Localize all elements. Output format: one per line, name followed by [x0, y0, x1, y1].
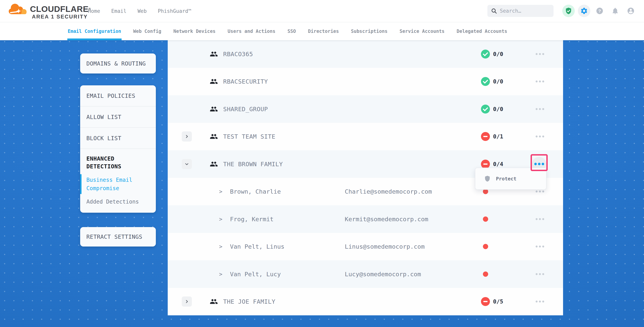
status-badge	[481, 297, 490, 306]
search-box[interactable]	[488, 5, 554, 17]
sidebar-item-allow-list[interactable]: ALLOW LIST	[80, 106, 156, 128]
nav-email[interactable]: Email	[111, 8, 126, 14]
tab-service-accounts[interactable]: Service Accounts	[400, 22, 444, 40]
account-icon	[627, 7, 635, 15]
help-button[interactable]: ?	[594, 5, 606, 17]
chevron-right-icon[interactable]	[219, 188, 222, 195]
protection-count: 0/4	[493, 161, 503, 167]
group-name: RBACSECURITY	[223, 78, 268, 85]
menu-item-protect[interactable]: Protect	[496, 176, 516, 182]
sidebar-item-block-list[interactable]: BLOCK LIST	[80, 128, 156, 149]
nav-phishguard[interactable]: PhishGuard™	[158, 8, 191, 14]
group-icon	[210, 160, 218, 168]
sidebar-item-business-email-compromise[interactable]: Business Email Compromise	[86, 176, 133, 192]
status-dot	[483, 271, 488, 277]
sidebar-item-email-policies[interactable]: EMAIL POLICIES	[80, 85, 156, 106]
tab-directories[interactable]: Directories	[308, 22, 339, 40]
table-row-member: Van Pelt, Linus Linus@somedemocorp.com	[168, 233, 563, 261]
status-dot	[483, 244, 488, 249]
chevron-right-icon	[185, 299, 189, 304]
row-actions-button[interactable]	[535, 246, 545, 248]
row-actions-button[interactable]	[535, 108, 545, 110]
group-icon	[210, 105, 218, 113]
cloudflare-logo[interactable]: CLOUDFLARE® AREA 1 SECURITY	[8, 2, 91, 20]
chevron-right-icon[interactable]	[219, 243, 222, 250]
member-email: Kermit@somedemocorp.com	[345, 216, 428, 223]
protection-count: 0/0	[493, 51, 503, 57]
tab-email-configuration[interactable]: Email Configuration	[68, 22, 121, 40]
sidebar-item-retract-settings[interactable]: RETRACT SETTINGS	[80, 227, 156, 247]
protection-count: 0/5	[493, 298, 503, 305]
row-actions-button[interactable]	[535, 218, 545, 220]
gear-icon	[580, 7, 588, 15]
tab-sso[interactable]: SSO	[287, 22, 296, 40]
tab-subscriptions[interactable]: Subscriptions	[351, 22, 388, 40]
group-icon	[210, 298, 218, 306]
status-dot	[483, 216, 488, 222]
row-actions-button[interactable]	[535, 53, 545, 55]
group-name: THE JOE FAMILY	[223, 298, 275, 305]
tab-web-config[interactable]: Web Config	[133, 22, 162, 40]
app-header: CLOUDFLARE® AREA 1 SECURITY HomeEmailWeb…	[0, 0, 644, 22]
chevron-right-icon[interactable]	[219, 216, 222, 222]
member-name: Brown, Charlie	[230, 188, 281, 195]
row-actions-button[interactable]	[535, 135, 545, 137]
settings-button[interactable]	[578, 5, 590, 17]
group-name: TEST TEAM SITE	[223, 133, 275, 140]
nav-home[interactable]: Home	[88, 8, 100, 14]
section-tabs: Email ConfigurationWeb ConfigNetwork Dev…	[0, 22, 644, 40]
table-row-group: THE JOE FAMILY 0/5	[168, 288, 563, 316]
expand-toggle-button[interactable]	[182, 131, 192, 142]
expand-toggle-button[interactable]	[182, 297, 192, 307]
sidebar-item-label: RETRACT SETTINGS	[86, 234, 142, 240]
member-name: Van Pelt, Linus	[230, 243, 284, 250]
row-actions-button[interactable]	[535, 301, 545, 303]
shield-icon	[484, 175, 491, 182]
tab-delegated-accounts[interactable]: Delegated Accounts	[457, 22, 507, 40]
bell-icon	[611, 7, 619, 15]
notifications-button[interactable]	[609, 5, 622, 17]
tab-users-and-actions[interactable]: Users and Actions	[228, 22, 276, 40]
table-row-group: SHARED_GROUP 0/0	[168, 95, 563, 123]
protection-count: 0/0	[493, 106, 503, 112]
table-row-group: TEST TEAM SITE 0/1	[168, 123, 563, 150]
chevron-right-icon[interactable]	[219, 271, 222, 277]
table-row-group: THE BROWN FAMILY 0/4 Protect	[168, 150, 563, 178]
table-row-group: RBACSECURITY 0/0	[168, 68, 563, 95]
status-badge	[481, 160, 490, 169]
groups-table: RBACO365 0/0 RBACSECURITY 0/0 SHARED_GRO…	[168, 40, 563, 316]
brand-subtitle: AREA 1 SECURITY	[32, 14, 91, 20]
search-icon	[491, 8, 497, 14]
sidebar-item-label: DOMAINS & ROUTING	[86, 60, 146, 67]
protection-count: 0/1	[493, 133, 503, 140]
header-icon-cluster: ?	[562, 5, 637, 17]
sidebar-policies-card: EMAIL POLICIESALLOW LISTBLOCK LIST ENHAN…	[80, 85, 156, 213]
group-icon	[210, 50, 218, 58]
chevron-right-icon	[185, 134, 189, 139]
sidebar-item-domains-routing[interactable]: DOMAINS & ROUTING	[80, 53, 156, 73]
status-badge	[481, 77, 490, 86]
row-actions-button[interactable]	[535, 80, 545, 82]
group-icon	[210, 132, 218, 141]
member-name: Frog, Kermit	[230, 216, 274, 223]
brand-text: CLOUDFLARE® AREA 1 SECURITY	[30, 2, 91, 20]
group-name: SHARED_GROUP	[223, 106, 268, 113]
sidebar-policy-items: EMAIL POLICIESALLOW LISTBLOCK LIST	[80, 85, 156, 149]
expand-toggle-button[interactable]	[182, 159, 192, 169]
row-actions-button[interactable]	[535, 191, 545, 192]
tab-network-devices[interactable]: Network Devices	[173, 22, 216, 40]
table-row-member: Frog, Kermit Kermit@somedemocorp.com	[168, 205, 563, 233]
account-button[interactable]	[624, 5, 637, 17]
top-navigation: HomeEmailWebPhishGuard™	[88, 0, 191, 22]
member-email: Charlie@somedemocorp.com	[345, 188, 432, 195]
nav-web[interactable]: Web	[138, 8, 147, 14]
sidebar-item-added-detections[interactable]: Added Detections	[86, 198, 150, 206]
sidebar-item-enhanced-detections[interactable]: ENHANCED DETECTIONS	[86, 155, 150, 170]
protection-status-button[interactable]	[562, 5, 575, 17]
search-input[interactable]	[500, 8, 550, 14]
row-actions-button[interactable]	[535, 273, 545, 275]
table-row-group: RBACO365 0/0	[168, 40, 563, 68]
group-name: THE BROWN FAMILY	[223, 161, 283, 168]
table-row-member: Van Pelt, Lucy Lucy@somedemocorp.com	[168, 260, 563, 288]
cloudflare-cloud-icon	[8, 2, 28, 20]
